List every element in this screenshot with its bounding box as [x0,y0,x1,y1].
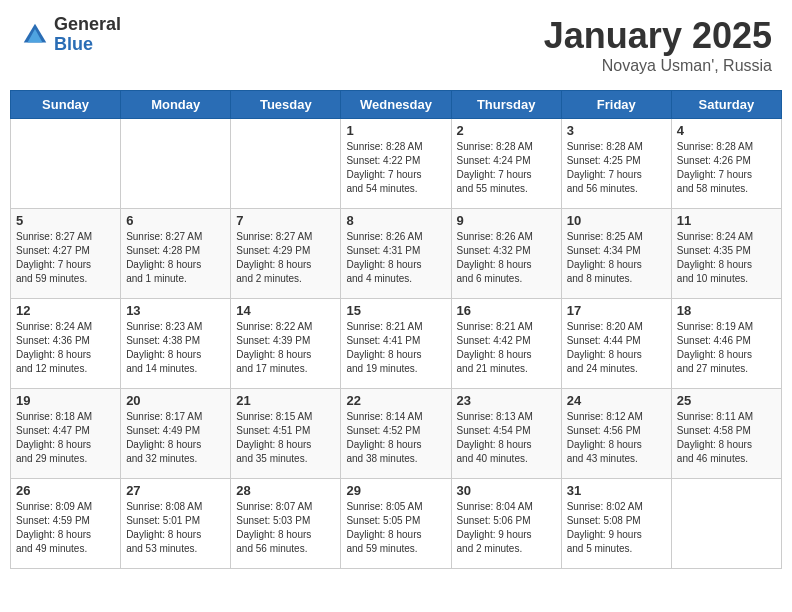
day-info: Sunrise: 8:11 AM Sunset: 4:58 PM Dayligh… [677,410,776,466]
week-row-4: 19Sunrise: 8:18 AM Sunset: 4:47 PM Dayli… [11,389,782,479]
day-info: Sunrise: 8:07 AM Sunset: 5:03 PM Dayligh… [236,500,335,556]
calendar-cell: 9Sunrise: 8:26 AM Sunset: 4:32 PM Daylig… [451,209,561,299]
week-row-2: 5Sunrise: 8:27 AM Sunset: 4:27 PM Daylig… [11,209,782,299]
calendar-cell: 23Sunrise: 8:13 AM Sunset: 4:54 PM Dayli… [451,389,561,479]
calendar-cell: 13Sunrise: 8:23 AM Sunset: 4:38 PM Dayli… [121,299,231,389]
calendar-cell: 15Sunrise: 8:21 AM Sunset: 4:41 PM Dayli… [341,299,451,389]
calendar-cell: 5Sunrise: 8:27 AM Sunset: 4:27 PM Daylig… [11,209,121,299]
calendar-cell [11,119,121,209]
calendar-cell: 25Sunrise: 8:11 AM Sunset: 4:58 PM Dayli… [671,389,781,479]
day-info: Sunrise: 8:20 AM Sunset: 4:44 PM Dayligh… [567,320,666,376]
logo-text: General Blue [54,15,121,55]
calendar-cell [121,119,231,209]
calendar-cell: 28Sunrise: 8:07 AM Sunset: 5:03 PM Dayli… [231,479,341,569]
day-number: 28 [236,483,335,498]
calendar-cell: 30Sunrise: 8:04 AM Sunset: 5:06 PM Dayli… [451,479,561,569]
day-info: Sunrise: 8:15 AM Sunset: 4:51 PM Dayligh… [236,410,335,466]
day-info: Sunrise: 8:09 AM Sunset: 4:59 PM Dayligh… [16,500,115,556]
day-number: 30 [457,483,556,498]
title-block: January 2025 Novaya Usman', Russia [544,15,772,75]
day-number: 3 [567,123,666,138]
calendar-cell: 26Sunrise: 8:09 AM Sunset: 4:59 PM Dayli… [11,479,121,569]
calendar-body: 1Sunrise: 8:28 AM Sunset: 4:22 PM Daylig… [11,119,782,569]
header-row: SundayMondayTuesdayWednesdayThursdayFrid… [11,91,782,119]
day-number: 14 [236,303,335,318]
calendar-cell: 8Sunrise: 8:26 AM Sunset: 4:31 PM Daylig… [341,209,451,299]
day-number: 25 [677,393,776,408]
header-cell-saturday: Saturday [671,91,781,119]
day-info: Sunrise: 8:28 AM Sunset: 4:22 PM Dayligh… [346,140,445,196]
day-number: 15 [346,303,445,318]
day-info: Sunrise: 8:12 AM Sunset: 4:56 PM Dayligh… [567,410,666,466]
header-cell-monday: Monday [121,91,231,119]
day-info: Sunrise: 8:24 AM Sunset: 4:35 PM Dayligh… [677,230,776,286]
calendar-header: SundayMondayTuesdayWednesdayThursdayFrid… [11,91,782,119]
day-info: Sunrise: 8:05 AM Sunset: 5:05 PM Dayligh… [346,500,445,556]
week-row-5: 26Sunrise: 8:09 AM Sunset: 4:59 PM Dayli… [11,479,782,569]
day-info: Sunrise: 8:22 AM Sunset: 4:39 PM Dayligh… [236,320,335,376]
day-info: Sunrise: 8:28 AM Sunset: 4:26 PM Dayligh… [677,140,776,196]
calendar-cell: 4Sunrise: 8:28 AM Sunset: 4:26 PM Daylig… [671,119,781,209]
calendar-cell: 24Sunrise: 8:12 AM Sunset: 4:56 PM Dayli… [561,389,671,479]
day-number: 16 [457,303,556,318]
calendar-cell [231,119,341,209]
day-number: 31 [567,483,666,498]
header-cell-friday: Friday [561,91,671,119]
week-row-3: 12Sunrise: 8:24 AM Sunset: 4:36 PM Dayli… [11,299,782,389]
page-header: General Blue January 2025 Novaya Usman',… [10,10,782,80]
calendar-cell: 21Sunrise: 8:15 AM Sunset: 4:51 PM Dayli… [231,389,341,479]
day-number: 29 [346,483,445,498]
calendar-cell: 20Sunrise: 8:17 AM Sunset: 4:49 PM Dayli… [121,389,231,479]
calendar-cell: 1Sunrise: 8:28 AM Sunset: 4:22 PM Daylig… [341,119,451,209]
calendar-cell: 7Sunrise: 8:27 AM Sunset: 4:29 PM Daylig… [231,209,341,299]
calendar-cell: 22Sunrise: 8:14 AM Sunset: 4:52 PM Dayli… [341,389,451,479]
day-info: Sunrise: 8:18 AM Sunset: 4:47 PM Dayligh… [16,410,115,466]
calendar-cell: 17Sunrise: 8:20 AM Sunset: 4:44 PM Dayli… [561,299,671,389]
day-info: Sunrise: 8:21 AM Sunset: 4:42 PM Dayligh… [457,320,556,376]
day-number: 12 [16,303,115,318]
logo-general: General [54,15,121,35]
day-info: Sunrise: 8:27 AM Sunset: 4:29 PM Dayligh… [236,230,335,286]
calendar-cell: 27Sunrise: 8:08 AM Sunset: 5:01 PM Dayli… [121,479,231,569]
day-number: 22 [346,393,445,408]
calendar-cell: 16Sunrise: 8:21 AM Sunset: 4:42 PM Dayli… [451,299,561,389]
header-cell-wednesday: Wednesday [341,91,451,119]
day-number: 17 [567,303,666,318]
header-cell-sunday: Sunday [11,91,121,119]
day-number: 19 [16,393,115,408]
day-number: 8 [346,213,445,228]
day-number: 4 [677,123,776,138]
calendar-cell: 3Sunrise: 8:28 AM Sunset: 4:25 PM Daylig… [561,119,671,209]
day-number: 24 [567,393,666,408]
day-info: Sunrise: 8:27 AM Sunset: 4:28 PM Dayligh… [126,230,225,286]
calendar-cell [671,479,781,569]
day-number: 21 [236,393,335,408]
calendar-cell: 6Sunrise: 8:27 AM Sunset: 4:28 PM Daylig… [121,209,231,299]
calendar-table: SundayMondayTuesdayWednesdayThursdayFrid… [10,90,782,569]
day-info: Sunrise: 8:26 AM Sunset: 4:31 PM Dayligh… [346,230,445,286]
day-number: 11 [677,213,776,228]
week-row-1: 1Sunrise: 8:28 AM Sunset: 4:22 PM Daylig… [11,119,782,209]
day-number: 10 [567,213,666,228]
calendar-cell: 10Sunrise: 8:25 AM Sunset: 4:34 PM Dayli… [561,209,671,299]
day-number: 26 [16,483,115,498]
calendar-subtitle: Novaya Usman', Russia [544,57,772,75]
day-info: Sunrise: 8:26 AM Sunset: 4:32 PM Dayligh… [457,230,556,286]
day-info: Sunrise: 8:24 AM Sunset: 4:36 PM Dayligh… [16,320,115,376]
header-cell-thursday: Thursday [451,91,561,119]
day-info: Sunrise: 8:02 AM Sunset: 5:08 PM Dayligh… [567,500,666,556]
calendar-title: January 2025 [544,15,772,57]
calendar-cell: 14Sunrise: 8:22 AM Sunset: 4:39 PM Dayli… [231,299,341,389]
header-cell-tuesday: Tuesday [231,91,341,119]
day-info: Sunrise: 8:23 AM Sunset: 4:38 PM Dayligh… [126,320,225,376]
day-info: Sunrise: 8:17 AM Sunset: 4:49 PM Dayligh… [126,410,225,466]
day-number: 7 [236,213,335,228]
day-info: Sunrise: 8:13 AM Sunset: 4:54 PM Dayligh… [457,410,556,466]
calendar-cell: 18Sunrise: 8:19 AM Sunset: 4:46 PM Dayli… [671,299,781,389]
logo: General Blue [20,15,121,55]
day-info: Sunrise: 8:19 AM Sunset: 4:46 PM Dayligh… [677,320,776,376]
day-number: 23 [457,393,556,408]
day-number: 9 [457,213,556,228]
day-info: Sunrise: 8:08 AM Sunset: 5:01 PM Dayligh… [126,500,225,556]
day-number: 6 [126,213,225,228]
